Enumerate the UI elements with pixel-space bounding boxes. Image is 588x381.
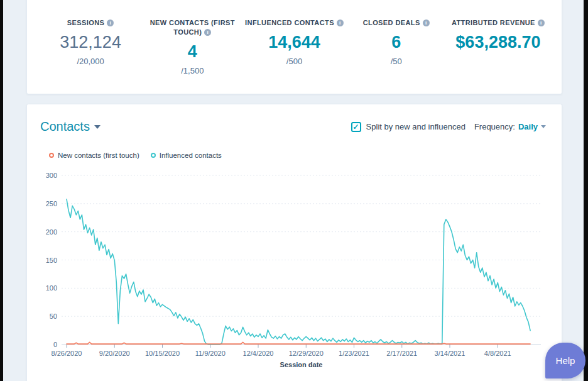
info-icon[interactable]: i <box>107 19 114 26</box>
x-axis-title: Session date <box>280 361 323 368</box>
x-tick-label: 12/29/2020 <box>289 350 324 357</box>
x-tick-label: 8/26/2020 <box>52 350 82 357</box>
metric-goal: /500 <box>243 57 345 66</box>
frequency-dropdown[interactable]: Daily <box>518 122 546 131</box>
frequency-control: Frequency: Daily <box>474 122 546 131</box>
legend-item-influenced[interactable]: Influenced contacts <box>151 152 222 159</box>
contacts-chart-card: Contacts ✓ Split by new and influenced F… <box>26 104 562 381</box>
y-tick-label: 150 <box>46 257 57 264</box>
series-line-new-contacts-first-touch- <box>67 342 530 344</box>
metric-label: INFLUENCED CONTACTSi <box>244 18 345 28</box>
x-tick-label: 3/14/2021 <box>435 350 466 357</box>
chevron-down-icon <box>541 125 546 128</box>
metric-goal: /50 <box>346 57 447 66</box>
frequency-label: Frequency: <box>474 122 515 131</box>
info-icon[interactable]: i <box>423 19 430 26</box>
metric-value: 6 <box>346 33 447 52</box>
contacts-dropdown[interactable]: Contacts <box>40 119 101 134</box>
help-button-label: Help <box>556 355 575 366</box>
metric-label-text: NEW CONTACTS (FIRST TOUCH) <box>150 19 235 36</box>
chevron-down-icon <box>94 125 101 129</box>
legend-label: Influenced contacts <box>160 152 222 159</box>
chart-controls: ✓ Split by new and influenced Frequency:… <box>351 122 546 132</box>
help-button[interactable]: Help <box>545 343 585 378</box>
screen-edge-left <box>0 0 3 381</box>
metric-sessions: SESSIONSi 312,124 /20,000 <box>40 18 141 75</box>
metrics-summary-card: SESSIONSi 312,124 /20,000 NEW CONTACTS (… <box>26 0 562 94</box>
metric-goal: /1,500 <box>141 66 243 75</box>
y-tick-label: 200 <box>46 228 57 236</box>
y-tick-label: 0 <box>53 341 57 348</box>
metric-value: 312,124 <box>40 33 141 52</box>
metric-value: $63,288.70 <box>447 33 549 52</box>
metric-label: SESSIONSi <box>40 18 141 28</box>
x-tick-label: 11/9/2020 <box>195 350 226 357</box>
legend-ring-icon <box>49 153 54 158</box>
contacts-chart-svg: 0501001502002503008/26/20209/20/202010/1… <box>27 167 563 375</box>
chart-legend: New contacts (first touch) Influenced co… <box>49 152 222 159</box>
x-tick-label: 12/4/2020 <box>243 350 274 357</box>
x-tick-label: 9/20/2020 <box>99 350 130 357</box>
info-icon[interactable]: i <box>337 19 344 26</box>
legend-item-new-contacts[interactable]: New contacts (first touch) <box>49 152 139 159</box>
metric-label-text: SESSIONS <box>67 19 104 26</box>
chart-header: Contacts ✓ Split by new and influenced F… <box>40 119 546 134</box>
metric-closed-deals: CLOSED DEALSi 6 /50 <box>346 18 447 75</box>
y-tick-label: 300 <box>46 172 57 179</box>
split-label: Split by new and influenced <box>366 122 466 131</box>
x-tick-label: 2/17/2021 <box>386 350 417 357</box>
x-tick-label: 4/8/2021 <box>484 350 511 357</box>
info-icon[interactable]: i <box>538 19 545 26</box>
legend-ring-icon <box>151 153 156 158</box>
x-tick-label: 1/23/2021 <box>339 350 369 357</box>
x-tick-label: 10/15/2020 <box>145 350 180 357</box>
metric-label-text: INFLUENCED CONTACTS <box>245 19 334 26</box>
chart-title: Contacts <box>40 119 90 134</box>
metric-label: ATTRIBUTED REVENUEi <box>448 18 548 28</box>
metric-attributed-revenue: ATTRIBUTED REVENUEi $63,288.70 <box>447 18 549 75</box>
metric-label-text: CLOSED DEALS <box>363 19 420 26</box>
info-icon[interactable]: i <box>204 29 211 36</box>
metric-new-contacts: NEW CONTACTS (FIRST TOUCH)i 4 /1,500 <box>141 18 243 75</box>
frequency-value: Daily <box>518 122 538 131</box>
screen-edge-right <box>584 0 588 381</box>
metric-influenced-contacts: INFLUENCED CONTACTSi 14,644 /500 <box>243 18 345 75</box>
legend-label: New contacts (first touch) <box>58 152 139 159</box>
metrics-row: SESSIONSi 312,124 /20,000 NEW CONTACTS (… <box>27 0 562 75</box>
y-tick-label: 250 <box>46 200 57 207</box>
metric-label-text: ATTRIBUTED REVENUE <box>452 19 535 26</box>
y-tick-label: 100 <box>46 284 57 292</box>
metric-value: 14,644 <box>243 33 345 52</box>
y-tick-label: 50 <box>50 312 57 320</box>
series-line-influenced-contacts <box>67 199 530 345</box>
split-checkbox[interactable]: ✓ <box>351 122 361 132</box>
split-toggle[interactable]: ✓ Split by new and influenced <box>351 122 466 132</box>
metric-value: 4 <box>141 42 243 62</box>
metric-label: CLOSED DEALSi <box>346 18 447 28</box>
metric-goal: /20,000 <box>40 57 141 66</box>
metric-label: NEW CONTACTS (FIRST TOUCH)i <box>142 18 242 37</box>
